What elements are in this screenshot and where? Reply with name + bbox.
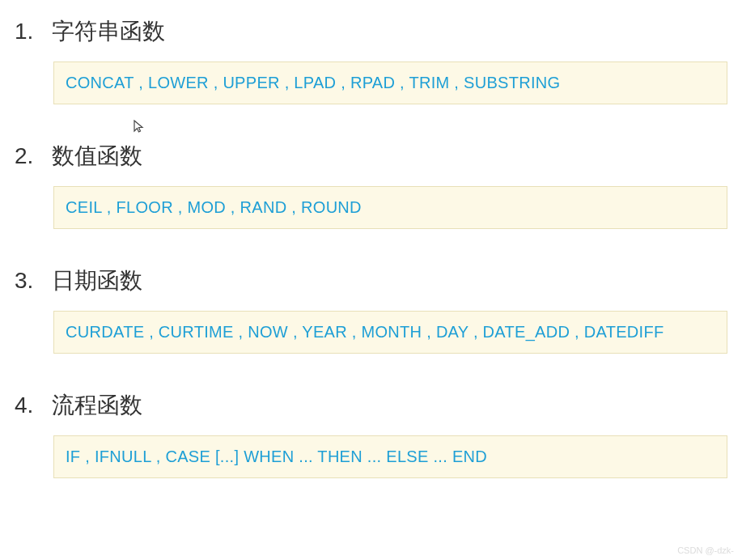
section-string-functions: 1. 字符串函数 CONCAT , LOWER , UPPER , LPAD ,… bbox=[0, 16, 742, 104]
code-content: CONCAT , LOWER , UPPER , LPAD , RPAD , T… bbox=[66, 74, 560, 91]
cursor-icon bbox=[133, 120, 144, 134]
section-flow-functions: 4. 流程函数 IF , IFNULL , CASE [...] WHEN ..… bbox=[0, 390, 742, 478]
heading-row: 4. 流程函数 bbox=[0, 390, 742, 421]
heading-row: 1. 字符串函数 bbox=[0, 16, 742, 47]
heading-number: 3. bbox=[15, 268, 37, 294]
code-content: IF , IFNULL , CASE [...] WHEN ... THEN .… bbox=[66, 448, 487, 465]
heading-title: 日期函数 bbox=[52, 265, 142, 296]
section-numeric-functions: 2. 数值函数 CEIL , FLOOR , MOD , RAND , ROUN… bbox=[0, 141, 742, 229]
heading-title: 数值函数 bbox=[52, 141, 142, 172]
code-box: CEIL , FLOOR , MOD , RAND , ROUND bbox=[53, 186, 727, 229]
code-box: CONCAT , LOWER , UPPER , LPAD , RPAD , T… bbox=[53, 62, 727, 104]
code-content: CEIL , FLOOR , MOD , RAND , ROUND bbox=[66, 198, 362, 216]
heading-row: 2. 数值函数 bbox=[0, 141, 742, 172]
section-date-functions: 3. 日期函数 CURDATE , CURTIME , NOW , YEAR ,… bbox=[0, 265, 742, 354]
code-box: IF , IFNULL , CASE [...] WHEN ... THEN .… bbox=[53, 435, 727, 478]
heading-title: 流程函数 bbox=[52, 390, 142, 421]
watermark-text: CSDN @-dzk- bbox=[677, 545, 734, 555]
heading-number: 2. bbox=[15, 143, 37, 169]
heading-title: 字符串函数 bbox=[52, 16, 165, 47]
heading-number: 1. bbox=[15, 19, 37, 45]
code-box: CURDATE , CURTIME , NOW , YEAR , MONTH ,… bbox=[53, 311, 727, 354]
code-content: CURDATE , CURTIME , NOW , YEAR , MONTH ,… bbox=[66, 323, 664, 341]
heading-number: 4. bbox=[15, 392, 37, 418]
heading-row: 3. 日期函数 bbox=[0, 265, 742, 296]
